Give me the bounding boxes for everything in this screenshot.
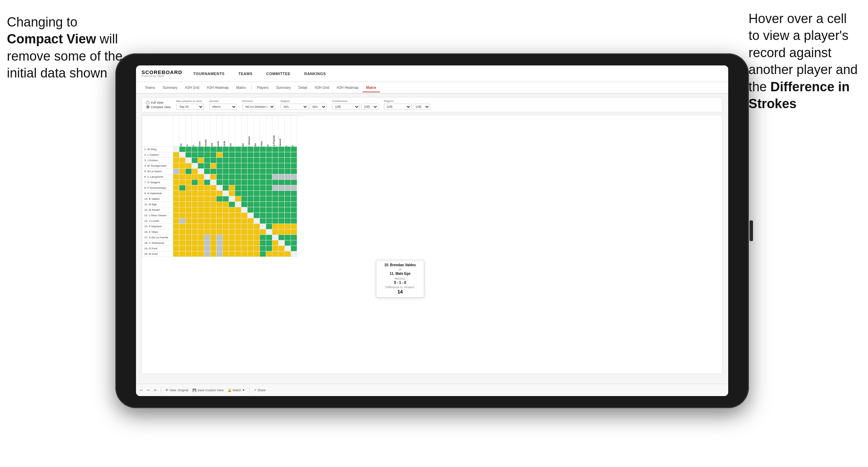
matrix-cell[interactable] bbox=[217, 240, 223, 246]
matrix-cell[interactable] bbox=[266, 196, 272, 202]
matrix-cell[interactable] bbox=[210, 229, 217, 235]
matrix-cell[interactable] bbox=[272, 196, 279, 202]
matrix-cell[interactable] bbox=[285, 147, 291, 152]
matrix-cell[interactable] bbox=[254, 163, 260, 169]
matrix-cell[interactable] bbox=[241, 147, 248, 152]
matrix-cell[interactable] bbox=[186, 163, 192, 169]
matrix-cell[interactable] bbox=[229, 196, 235, 202]
matrix-cell[interactable] bbox=[179, 158, 186, 163]
matrix-cell[interactable] bbox=[279, 224, 285, 229]
matrix-cell[interactable] bbox=[254, 152, 260, 158]
matrix-cell[interactable] bbox=[279, 235, 285, 240]
matrix-cell[interactable] bbox=[279, 229, 285, 235]
matrix-cell[interactable] bbox=[210, 246, 217, 251]
matrix-cell[interactable] bbox=[229, 147, 235, 152]
matrix-cell[interactable] bbox=[229, 174, 235, 180]
matrix-cell[interactable] bbox=[254, 180, 260, 185]
matrix-cell[interactable] bbox=[186, 202, 192, 207]
matrix-cell[interactable] bbox=[248, 185, 254, 191]
matrix-cell[interactable] bbox=[241, 163, 248, 169]
tab-teams[interactable]: Teams bbox=[142, 84, 158, 92]
tab-h2h-grid-1[interactable]: H2H Grid bbox=[181, 84, 203, 92]
matrix-cell[interactable] bbox=[186, 169, 192, 174]
matrix-cell[interactable] bbox=[291, 218, 297, 224]
matrix-cell[interactable] bbox=[248, 213, 254, 218]
matrix-cell[interactable] bbox=[204, 207, 210, 213]
matrix-cell[interactable] bbox=[279, 240, 285, 246]
matrix-cell[interactable] bbox=[204, 235, 210, 240]
matrix-cell[interactable] bbox=[248, 251, 254, 257]
matrix-cell[interactable] bbox=[217, 147, 223, 152]
matrix-cell[interactable] bbox=[192, 163, 198, 169]
matrix-cell[interactable] bbox=[266, 169, 272, 174]
max-players-select[interactable]: Top 25 bbox=[176, 104, 204, 110]
matrix-cell[interactable] bbox=[223, 235, 229, 240]
matrix-cell[interactable] bbox=[266, 229, 272, 235]
matrix-cell[interactable] bbox=[241, 235, 248, 240]
matrix-cell[interactable] bbox=[192, 229, 198, 235]
matrix-cell[interactable] bbox=[266, 240, 272, 246]
matrix-cell[interactable] bbox=[186, 152, 192, 158]
matrix-cell[interactable] bbox=[192, 202, 198, 207]
matrix-cell[interactable] bbox=[266, 224, 272, 229]
matrix-cell[interactable] bbox=[235, 174, 241, 180]
matrix-cell[interactable] bbox=[254, 240, 260, 246]
matrix-cell[interactable] bbox=[260, 152, 266, 158]
matrix-cell[interactable] bbox=[173, 213, 179, 218]
tab-summary-2[interactable]: Summary bbox=[273, 84, 294, 92]
matrix-cell[interactable] bbox=[210, 224, 217, 229]
matrix-cell[interactable] bbox=[186, 251, 192, 257]
matrix-cell[interactable] bbox=[260, 185, 266, 191]
matrix-cell[interactable] bbox=[254, 207, 260, 213]
matrix-cell[interactable] bbox=[217, 152, 223, 158]
matrix-cell[interactable] bbox=[279, 251, 285, 257]
matrix-cell[interactable] bbox=[235, 202, 241, 207]
matrix-cell[interactable] bbox=[173, 191, 179, 196]
tab-h2h-heatmap-2[interactable]: H2H Heatmap bbox=[333, 84, 362, 92]
matrix-cell[interactable] bbox=[285, 202, 291, 207]
matrix-cell[interactable] bbox=[254, 196, 260, 202]
matrix-cell[interactable] bbox=[254, 251, 260, 257]
matrix-cell[interactable] bbox=[254, 213, 260, 218]
matrix-cell[interactable] bbox=[217, 213, 223, 218]
matrix-cell[interactable] bbox=[235, 218, 241, 224]
matrix-cell[interactable] bbox=[248, 191, 254, 196]
matrix-cell[interactable] bbox=[223, 240, 229, 246]
matrix-cell[interactable] bbox=[254, 185, 260, 191]
matrix-cell[interactable] bbox=[272, 169, 279, 174]
matrix-cell[interactable] bbox=[204, 224, 210, 229]
matrix-cell[interactable] bbox=[235, 235, 241, 240]
players-select2[interactable]: (All) bbox=[413, 104, 430, 110]
matrix-cell[interactable] bbox=[223, 158, 229, 163]
matrix-cell[interactable] bbox=[235, 163, 241, 169]
matrix-cell[interactable] bbox=[254, 202, 260, 207]
matrix-cell[interactable] bbox=[198, 213, 204, 218]
matrix-cell[interactable] bbox=[179, 218, 186, 224]
matrix-cell[interactable] bbox=[291, 174, 297, 180]
matrix-cell[interactable] bbox=[204, 213, 210, 218]
matrix-cell[interactable] bbox=[223, 207, 229, 213]
matrix-cell[interactable] bbox=[173, 174, 179, 180]
matrix-cell[interactable] bbox=[285, 180, 291, 185]
matrix-cell[interactable] bbox=[223, 152, 229, 158]
matrix-cell[interactable] bbox=[186, 246, 192, 251]
matrix-cell[interactable] bbox=[179, 251, 186, 257]
share-button[interactable]: ↗ Share bbox=[254, 388, 266, 392]
matrix-cell[interactable] bbox=[229, 185, 235, 191]
matrix-cell[interactable] bbox=[192, 224, 198, 229]
matrix-cell[interactable] bbox=[241, 158, 248, 163]
matrix-cell[interactable] bbox=[204, 158, 210, 163]
matrix-cell[interactable] bbox=[272, 152, 279, 158]
matrix-cell[interactable] bbox=[241, 185, 248, 191]
matrix-cell[interactable] bbox=[235, 191, 241, 196]
matrix-cell[interactable] bbox=[279, 196, 285, 202]
matrix-cell[interactable] bbox=[235, 213, 241, 218]
matrix-cell[interactable] bbox=[291, 158, 297, 163]
gender-select[interactable]: Men's bbox=[209, 104, 237, 110]
matrix-cell[interactable] bbox=[266, 147, 272, 152]
matrix-cell[interactable] bbox=[173, 218, 179, 224]
matrix-cell[interactable] bbox=[192, 174, 198, 180]
matrix-cell[interactable] bbox=[279, 246, 285, 251]
matrix-cell[interactable] bbox=[241, 152, 248, 158]
matrix-cell[interactable] bbox=[173, 147, 179, 152]
